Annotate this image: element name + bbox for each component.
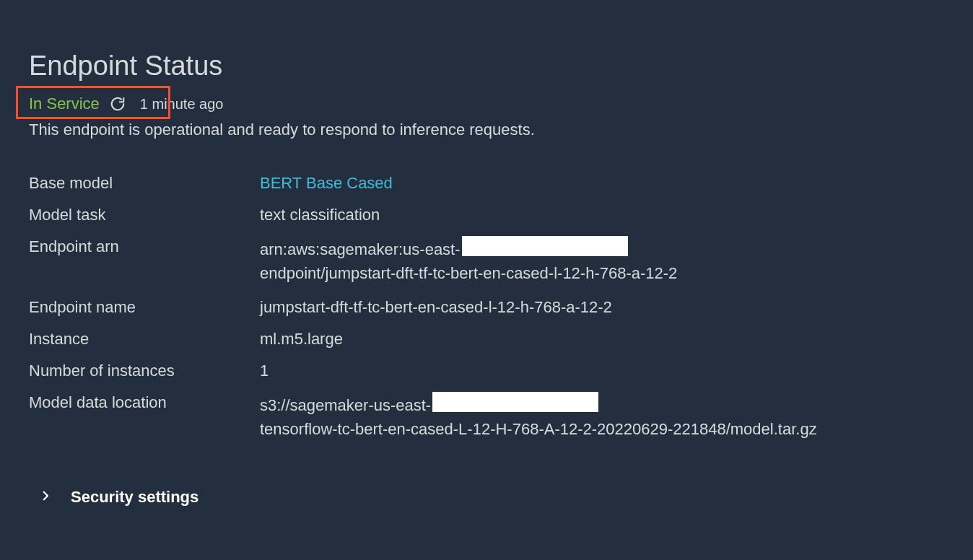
model-data-suffix: tensorflow-tc-bert-en-cased-L-12-H-768-A… <box>260 417 817 441</box>
status-description: This endpoint is operational and ready t… <box>29 121 944 139</box>
page-title: Endpoint Status <box>29 51 944 82</box>
endpoint-arn-label: Endpoint arn <box>29 237 260 285</box>
instance-label: Instance <box>29 330 260 349</box>
model-data-value: s3://sagemaker-us-east- tensorflow-tc-be… <box>260 393 944 441</box>
model-data-label: Model data location <box>29 393 260 441</box>
chevron-right-icon <box>39 489 52 505</box>
status-timestamp: 1 minute ago <box>140 96 224 113</box>
refresh-icon[interactable] <box>110 96 126 112</box>
security-settings-label: Security settings <box>71 488 198 507</box>
redacted-block <box>462 236 628 256</box>
model-task-value: text classification <box>260 206 944 224</box>
instance-value: ml.m5.large <box>260 330 944 349</box>
model-data-prefix: s3://sagemaker-us-east- <box>260 393 431 417</box>
endpoint-arn-suffix: endpoint/jumpstart-dft-tf-tc-bert-en-cas… <box>260 261 677 285</box>
endpoint-arn-prefix: arn:aws:sagemaker:us-east- <box>260 237 461 261</box>
security-settings-toggle[interactable]: Security settings <box>39 488 944 507</box>
model-task-label: Model task <box>29 206 260 224</box>
endpoint-name-value: jumpstart-dft-tf-tc-bert-en-cased-l-12-h… <box>260 298 944 317</box>
base-model-link[interactable]: BERT Base Cased <box>260 174 944 193</box>
status-badge: In Service <box>29 95 100 113</box>
redacted-block <box>432 392 598 412</box>
status-row: In Service 1 minute ago <box>29 95 944 113</box>
num-instances-label: Number of instances <box>29 362 260 380</box>
details-grid: Base model BERT Base Cased Model task te… <box>29 174 944 441</box>
num-instances-value: 1 <box>260 362 944 380</box>
base-model-label: Base model <box>29 174 260 193</box>
endpoint-name-label: Endpoint name <box>29 298 260 317</box>
endpoint-arn-value: arn:aws:sagemaker:us-east- endpoint/jump… <box>260 237 944 285</box>
